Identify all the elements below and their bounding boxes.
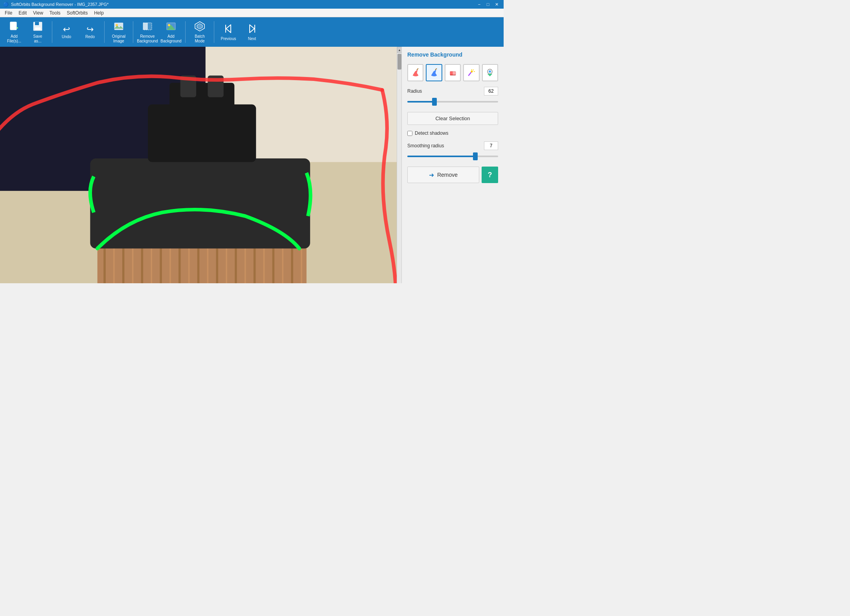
radius-row: Radius (407, 87, 498, 95)
panel-content: Radius Clear Selection Detect shadows Sm… (402, 61, 504, 283)
radius-slider-thumb[interactable] (432, 98, 437, 106)
toolbar-sep-4 (185, 21, 186, 43)
right-panel: Remove Background (401, 47, 504, 283)
toolbar-sep-3 (133, 21, 133, 43)
scene-background (0, 47, 397, 283)
redo-icon: ↪ (86, 25, 94, 34)
svg-rect-20 (254, 25, 255, 33)
smoothing-row: Smoothing radius (407, 141, 498, 150)
add-background-icon (166, 21, 177, 33)
redo-button[interactable]: ↪ Redo (79, 20, 101, 45)
original-image-icon (113, 21, 124, 33)
previous-icon (223, 23, 234, 36)
svg-rect-18 (225, 25, 226, 33)
svg-point-14 (168, 24, 170, 26)
help-button[interactable]: ? (482, 167, 498, 183)
previous-label: Previous (221, 37, 236, 41)
svg-rect-10 (143, 23, 147, 30)
next-icon (247, 23, 258, 36)
toolbar-sep-1 (52, 21, 52, 43)
magic-wand-button[interactable] (463, 64, 479, 81)
original-image-button[interactable]: OriginalImage (108, 20, 130, 45)
svg-marker-19 (250, 25, 254, 33)
radius-slider-fill (407, 101, 434, 103)
next-label: Next (248, 37, 256, 41)
scroll-track[interactable] (397, 53, 401, 283)
toolbar-sep-2 (104, 21, 105, 43)
undo-label: Undo (62, 35, 71, 39)
save-as-label: Saveas... (33, 34, 42, 44)
titlebar: 🔵 SoftOrbits Background Remover - IMG_23… (0, 0, 504, 9)
help-icon: ? (488, 171, 492, 179)
remove-background-button[interactable]: RemoveBackground (136, 20, 158, 45)
toolbar: AddFile(s)... Saveas... ↩ Undo ↪ Redo Or… (0, 17, 504, 47)
clear-selection-button[interactable]: Clear Selection (407, 112, 498, 125)
minimize-button[interactable]: − (475, 1, 483, 7)
svg-line-62 (417, 68, 418, 70)
radius-slider-container[interactable] (407, 98, 498, 106)
maximize-button[interactable]: □ (484, 1, 492, 7)
remove-background-icon (142, 21, 153, 33)
svg-point-8 (116, 24, 118, 26)
keep-brush-button[interactable] (407, 64, 423, 81)
radius-value[interactable] (484, 87, 498, 95)
panel-title: Remove Background (402, 47, 504, 61)
remove-label: Remove (437, 172, 458, 178)
original-image-label: OriginalImage (112, 34, 125, 44)
svg-line-63 (435, 68, 437, 70)
menu-edit[interactable]: Edit (15, 9, 30, 16)
toolbar-sep-5 (214, 21, 214, 43)
radius-slider-track (407, 101, 498, 103)
smoothing-slider-thumb[interactable] (473, 152, 478, 160)
undo-icon: ↩ (63, 25, 70, 34)
canvas-scrollbar[interactable]: ▲ ▼ (397, 47, 401, 283)
undo-button[interactable]: ↩ Undo (55, 20, 77, 45)
eraser-button[interactable] (445, 64, 461, 81)
remove-button[interactable]: ➜ Remove (407, 167, 479, 183)
app-icon: 🔵 (3, 2, 9, 7)
tool-row (407, 64, 498, 81)
add-background-button[interactable]: AddBackground (160, 20, 182, 45)
svg-marker-17 (226, 25, 231, 33)
svg-rect-7 (114, 23, 123, 30)
next-button[interactable]: Next (241, 20, 263, 45)
smoothing-slider-container[interactable] (407, 152, 498, 160)
scroll-thumb[interactable] (397, 54, 401, 70)
remove-brush-button[interactable] (426, 64, 442, 81)
svg-point-68 (471, 71, 473, 73)
menu-file[interactable]: File (2, 9, 15, 16)
titlebar-title: 🔵 SoftOrbits Background Remover - IMG_23… (3, 2, 109, 7)
batch-mode-icon (194, 21, 205, 33)
add-files-icon (9, 21, 20, 33)
svg-point-73 (489, 70, 491, 73)
menu-softorbits[interactable]: SoftOrbits (64, 9, 91, 16)
smoothing-value[interactable] (484, 141, 498, 150)
detect-shadows-label[interactable]: Detect shadows (415, 130, 448, 136)
batch-mode-button[interactable]: BatchMode (189, 20, 211, 45)
close-button[interactable]: ✕ (493, 1, 500, 7)
menu-view[interactable]: View (30, 9, 46, 16)
add-files-button[interactable]: AddFile(s)... (3, 20, 25, 45)
previous-button[interactable]: Previous (217, 20, 239, 45)
svg-rect-65 (450, 72, 453, 75)
smoothing-slider-fill (407, 156, 475, 157)
main-content: QN 1 KIT FILTER OL 1.835 0 KIT 0-0493 Re… (0, 47, 504, 283)
save-as-button[interactable]: Saveas... (27, 20, 49, 45)
menu-tools[interactable]: Tools (46, 9, 64, 16)
svg-marker-16 (197, 24, 202, 29)
save-as-icon (32, 21, 43, 33)
color-picker-button[interactable] (482, 64, 498, 81)
svg-rect-6 (35, 27, 41, 30)
svg-line-70 (473, 70, 474, 70)
image-scene: QN 1 KIT FILTER OL 1.835 0 KIT 0-0493 Re… (0, 47, 397, 283)
remove-background-label: RemoveBackground (137, 34, 158, 44)
redo-label: Redo (85, 35, 95, 39)
canvas-area[interactable]: QN 1 KIT FILTER OL 1.835 0 KIT 0-0493 Re… (0, 47, 397, 283)
smoothing-slider-track (407, 156, 498, 157)
remove-arrow-icon: ➜ (429, 171, 434, 179)
add-background-label: AddBackground (160, 34, 181, 44)
menubar: File Edit View Tools SoftOrbits Help (0, 9, 504, 17)
menu-help[interactable]: Help (91, 9, 107, 16)
detect-shadows-checkbox[interactable] (407, 131, 412, 136)
app-title: SoftOrbits Background Remover - IMG_2357… (11, 2, 109, 7)
